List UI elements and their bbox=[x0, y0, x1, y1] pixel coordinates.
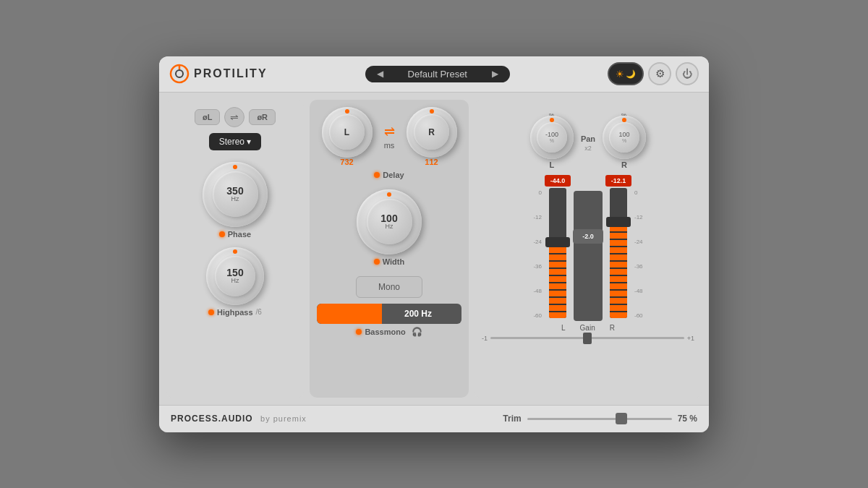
highpass-knob[interactable]: 150 Hz bbox=[206, 247, 264, 305]
preset-bar: ◀ Default Preset ▶ bbox=[365, 66, 510, 82]
width-knob-unit: Hz bbox=[386, 223, 393, 230]
phase-knob-bg: 350 Hz bbox=[203, 162, 268, 227]
trim-slider[interactable] bbox=[527, 418, 672, 420]
delay-L-col: L 732 bbox=[322, 107, 373, 166]
bassmono-label-row: Bassmono 🎧 bbox=[356, 327, 422, 337]
phase-power-dot[interactable] bbox=[219, 231, 225, 237]
width-label-row: Width bbox=[374, 257, 404, 266]
pan-L-dot bbox=[550, 118, 554, 122]
pan-R-inner: 100 % bbox=[609, 122, 639, 153]
theme-toggle-button[interactable]: ☀ 🌙 bbox=[608, 62, 644, 85]
gain-fader-val: -2.0 bbox=[582, 233, 594, 240]
meter-L-clip-val: -44.0 bbox=[550, 177, 566, 184]
delay-label: Delay bbox=[383, 171, 404, 179]
delay-R-knob[interactable]: R bbox=[407, 107, 457, 158]
pan-R-knob-bg: 100 % bbox=[603, 116, 646, 159]
delay-L-value: 732 bbox=[340, 158, 353, 166]
meter-L-track bbox=[549, 188, 566, 318]
phase-knob-section: 350 Hz Phase bbox=[203, 162, 268, 239]
bassmono-fill bbox=[317, 304, 382, 324]
delay-R-value: 112 bbox=[425, 158, 438, 166]
width-knob[interactable]: 100 Hz bbox=[357, 189, 422, 254]
logo-icon bbox=[169, 64, 190, 84]
trim-thumb[interactable] bbox=[616, 413, 627, 424]
gain-fader-thumb[interactable]: -2.0 bbox=[573, 229, 603, 244]
width-knob-dot bbox=[387, 192, 391, 197]
sun-icon: ☀ bbox=[616, 69, 624, 80]
phase-right-button[interactable]: øR bbox=[249, 109, 276, 125]
highpass-label-row: Highpass /6 bbox=[208, 308, 262, 317]
rscale-0: 0 bbox=[634, 189, 643, 196]
delay-unit: ms bbox=[384, 141, 395, 150]
pan-L-knob-bg: -100 % bbox=[530, 116, 574, 159]
R-fader-thumb[interactable] bbox=[606, 217, 631, 227]
meter-R-track bbox=[610, 188, 627, 318]
delay-L-knob-bg: L bbox=[322, 107, 373, 158]
pan-R-dot bbox=[622, 118, 626, 122]
delay-lr-row: L 732 ⇌ ms bbox=[317, 107, 461, 166]
link-button[interactable]: ⇌ bbox=[224, 107, 244, 127]
phase-left-button[interactable]: øL bbox=[195, 109, 220, 125]
meter-L-fill bbox=[549, 240, 566, 318]
L-fader-thumb[interactable] bbox=[545, 237, 570, 247]
delay-R-col: R 112 bbox=[407, 107, 457, 166]
meter-R-col: -12.1 bbox=[605, 175, 631, 318]
delay-center-label: ⇌ ms bbox=[384, 124, 395, 150]
meter-R-fill bbox=[610, 221, 627, 318]
phase-knob[interactable]: 350 Hz bbox=[203, 162, 268, 227]
bassmono-power-dot[interactable] bbox=[356, 329, 362, 335]
width-power-dot[interactable] bbox=[374, 259, 380, 265]
pan-L-knob[interactable]: -100 % bbox=[530, 116, 574, 159]
brand-main: PROCESS.AUDIO bbox=[171, 414, 253, 424]
plugin-window: PROTILITY ◀ Default Preset ▶ ☀ 🌙 ⚙ ⏻ bbox=[159, 56, 709, 432]
width-knob-bg: 100 Hz bbox=[357, 189, 422, 254]
pan-R-col: % 100 % bbox=[603, 107, 646, 169]
trim-slider-wrap bbox=[527, 418, 672, 420]
pan-center: Pan x2 bbox=[581, 124, 595, 152]
preset-prev-button[interactable]: ◀ bbox=[374, 69, 386, 79]
center-panel: L 732 ⇌ ms bbox=[310, 100, 469, 398]
scale-60: -60 bbox=[533, 312, 542, 319]
header-buttons: ☀ 🌙 ⚙ ⏻ bbox=[608, 62, 699, 85]
power-button[interactable]: ⏻ bbox=[676, 62, 699, 85]
delay-link-icon: ⇌ bbox=[384, 124, 395, 140]
preset-next-button[interactable]: ▶ bbox=[489, 69, 501, 79]
highpass-power-dot[interactable] bbox=[208, 309, 214, 315]
trim-bottom-thumb[interactable] bbox=[583, 333, 592, 344]
pan-x2-label: x2 bbox=[584, 145, 592, 152]
delay-L-knob[interactable]: L bbox=[322, 107, 373, 158]
highpass-label: Highpass bbox=[217, 308, 253, 317]
brand-text: PROCESS.AUDIO by puremix bbox=[171, 414, 307, 424]
svg-point-1 bbox=[176, 70, 183, 77]
bassmono-freq-text: 200 Hz bbox=[382, 309, 454, 319]
gain-labels-row: L Gain R bbox=[561, 324, 615, 332]
brand-by: by puremix bbox=[260, 414, 307, 423]
right-panel: % -100 % bbox=[475, 100, 702, 398]
settings-button[interactable]: ⚙ bbox=[648, 62, 671, 85]
left-scale: 0 -12 -24 -36 -48 -60 bbox=[533, 175, 542, 320]
gain-R-label: R bbox=[610, 324, 615, 332]
phase-knob-value: 350 bbox=[226, 186, 243, 196]
mono-button[interactable]: Mono bbox=[356, 276, 422, 298]
trim-bottom-track bbox=[490, 337, 684, 339]
pan-R-knob[interactable]: 100 % bbox=[603, 116, 646, 159]
phase-label-row: Phase bbox=[219, 230, 251, 239]
width-knob-section: 100 Hz Width bbox=[357, 189, 422, 266]
rscale-48: -48 bbox=[634, 288, 643, 294]
width-label: Width bbox=[383, 257, 404, 266]
scale-48: -48 bbox=[533, 288, 542, 294]
rscale-24: -24 bbox=[634, 239, 643, 245]
highpass-knob-value: 150 bbox=[226, 267, 243, 278]
gain-fader-col: -2.0 bbox=[574, 175, 603, 321]
delay-power-dot[interactable] bbox=[374, 172, 380, 178]
width-knob-inner: 100 Hz bbox=[367, 199, 412, 244]
trim-label: Trim bbox=[503, 414, 521, 424]
bassmono-headphone-icon: 🎧 bbox=[412, 327, 422, 337]
delay-R-dot bbox=[430, 109, 434, 114]
highpass-knob-inner: 150 Hz bbox=[215, 256, 255, 296]
trim-pos-label: +1 bbox=[687, 335, 694, 342]
pan-L-unit-display: % bbox=[550, 138, 554, 143]
highpass-knob-bg: 150 Hz bbox=[206, 247, 264, 305]
bassmono-bar: 200 Hz bbox=[317, 304, 461, 324]
stereo-dropdown-button[interactable]: Stereo ▾ bbox=[209, 133, 262, 150]
